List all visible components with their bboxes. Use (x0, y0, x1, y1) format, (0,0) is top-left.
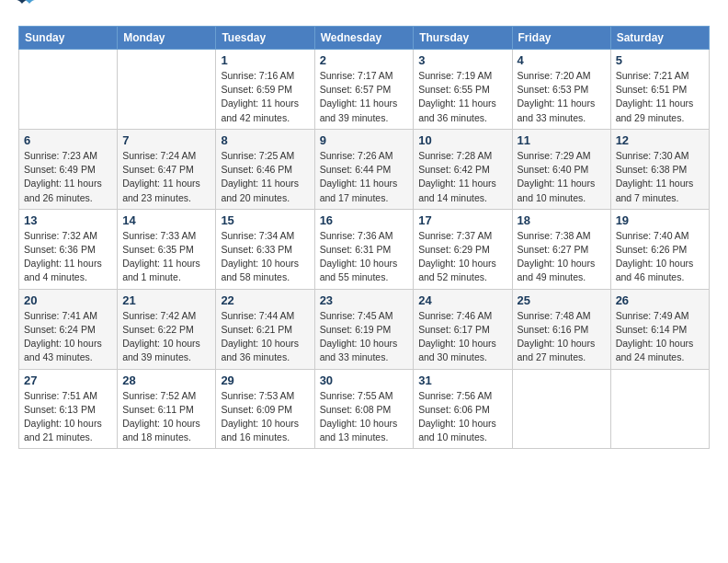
calendar-cell: 20Sunrise: 7:41 AMSunset: 6:24 PMDayligh… (19, 289, 118, 369)
day-number: 2 (320, 53, 409, 67)
day-number: 13 (24, 213, 112, 227)
page: SundayMondayTuesdayWednesdayThursdayFrid… (0, 0, 728, 464)
calendar-week-row: 13Sunrise: 7:32 AMSunset: 6:36 PMDayligh… (19, 209, 710, 289)
calendar-cell: 31Sunrise: 7:56 AMSunset: 6:06 PMDayligh… (414, 369, 512, 449)
day-number: 1 (221, 53, 309, 67)
day-number: 3 (418, 53, 506, 67)
day-number: 12 (616, 133, 704, 147)
day-detail: Sunrise: 7:17 AMSunset: 6:57 PMDaylight:… (320, 69, 409, 125)
calendar-cell: 26Sunrise: 7:49 AMSunset: 6:14 PMDayligh… (610, 289, 709, 369)
calendar-cell: 2Sunrise: 7:17 AMSunset: 6:57 PMDaylight… (314, 50, 414, 130)
calendar-cell: 29Sunrise: 7:53 AMSunset: 6:09 PMDayligh… (216, 369, 314, 449)
day-detail: Sunrise: 7:30 AMSunset: 6:38 PMDaylight:… (616, 149, 704, 205)
calendar-cell: 24Sunrise: 7:46 AMSunset: 6:17 PMDayligh… (414, 289, 512, 369)
day-detail: Sunrise: 7:48 AMSunset: 6:16 PMDaylight:… (518, 309, 606, 365)
day-detail: Sunrise: 7:37 AMSunset: 6:29 PMDaylight:… (418, 229, 506, 285)
calendar-header-row: SundayMondayTuesdayWednesdayThursdayFrid… (19, 27, 710, 50)
day-number: 31 (418, 373, 506, 387)
day-detail: Sunrise: 7:23 AMSunset: 6:49 PMDaylight:… (24, 149, 112, 205)
day-number: 29 (221, 373, 309, 387)
day-number: 16 (320, 213, 409, 227)
day-number: 30 (320, 373, 409, 387)
day-detail: Sunrise: 7:36 AMSunset: 6:31 PMDaylight:… (320, 229, 409, 285)
calendar-cell: 13Sunrise: 7:32 AMSunset: 6:36 PMDayligh… (19, 209, 118, 289)
calendar-cell (610, 369, 709, 449)
day-number: 8 (221, 133, 309, 147)
day-number: 15 (221, 213, 309, 227)
day-detail: Sunrise: 7:16 AMSunset: 6:59 PMDaylight:… (221, 69, 309, 125)
day-number: 26 (616, 293, 704, 307)
calendar-cell: 15Sunrise: 7:34 AMSunset: 6:33 PMDayligh… (216, 209, 314, 289)
calendar-cell: 17Sunrise: 7:37 AMSunset: 6:29 PMDayligh… (414, 209, 512, 289)
calendar-week-row: 6Sunrise: 7:23 AMSunset: 6:49 PMDaylight… (19, 129, 710, 209)
calendar-cell: 7Sunrise: 7:24 AMSunset: 6:47 PMDaylight… (118, 129, 216, 209)
day-detail: Sunrise: 7:34 AMSunset: 6:33 PMDaylight:… (221, 229, 309, 285)
calendar-cell: 4Sunrise: 7:20 AMSunset: 6:53 PMDaylight… (512, 50, 610, 130)
day-detail: Sunrise: 7:45 AMSunset: 6:19 PMDaylight:… (320, 309, 409, 365)
calendar-cell: 30Sunrise: 7:55 AMSunset: 6:08 PMDayligh… (314, 369, 414, 449)
calendar-day-header: Thursday (414, 27, 512, 50)
day-detail: Sunrise: 7:53 AMSunset: 6:09 PMDaylight:… (221, 389, 309, 445)
calendar-day-header: Monday (118, 27, 216, 50)
day-detail: Sunrise: 7:41 AMSunset: 6:24 PMDaylight:… (24, 309, 112, 365)
day-detail: Sunrise: 7:20 AMSunset: 6:53 PMDaylight:… (518, 69, 606, 125)
calendar-cell: 9Sunrise: 7:26 AMSunset: 6:44 PMDaylight… (314, 129, 414, 209)
day-number: 18 (518, 213, 606, 227)
day-number: 5 (616, 53, 704, 67)
day-detail: Sunrise: 7:28 AMSunset: 6:42 PMDaylight:… (418, 149, 506, 205)
day-detail: Sunrise: 7:25 AMSunset: 6:46 PMDaylight:… (221, 149, 309, 205)
day-detail: Sunrise: 7:42 AMSunset: 6:22 PMDaylight:… (122, 309, 210, 365)
calendar-cell: 16Sunrise: 7:36 AMSunset: 6:31 PMDayligh… (314, 209, 414, 289)
calendar-table: SundayMondayTuesdayWednesdayThursdayFrid… (18, 26, 710, 449)
day-number: 6 (24, 133, 112, 147)
calendar-week-row: 20Sunrise: 7:41 AMSunset: 6:24 PMDayligh… (19, 289, 710, 369)
calendar-cell: 10Sunrise: 7:28 AMSunset: 6:42 PMDayligh… (414, 129, 512, 209)
day-detail: Sunrise: 7:55 AMSunset: 6:08 PMDaylight:… (320, 389, 409, 445)
day-number: 19 (616, 213, 704, 227)
calendar-cell: 14Sunrise: 7:33 AMSunset: 6:35 PMDayligh… (118, 209, 216, 289)
day-number: 10 (418, 133, 506, 147)
day-number: 20 (24, 293, 112, 307)
day-number: 25 (518, 293, 606, 307)
calendar-day-header: Saturday (610, 27, 709, 50)
day-number: 22 (221, 293, 309, 307)
day-detail: Sunrise: 7:51 AMSunset: 6:13 PMDaylight:… (24, 389, 112, 445)
day-number: 27 (24, 373, 112, 387)
day-detail: Sunrise: 7:29 AMSunset: 6:40 PMDaylight:… (518, 149, 606, 205)
day-number: 4 (518, 53, 606, 67)
day-detail: Sunrise: 7:52 AMSunset: 6:11 PMDaylight:… (122, 389, 210, 445)
day-detail: Sunrise: 7:26 AMSunset: 6:44 PMDaylight:… (320, 149, 409, 205)
calendar-cell: 3Sunrise: 7:19 AMSunset: 6:55 PMDaylight… (414, 50, 512, 130)
day-detail: Sunrise: 7:33 AMSunset: 6:35 PMDaylight:… (122, 229, 210, 285)
day-detail: Sunrise: 7:38 AMSunset: 6:27 PMDaylight:… (518, 229, 606, 285)
day-number: 24 (418, 293, 506, 307)
calendar-cell: 21Sunrise: 7:42 AMSunset: 6:22 PMDayligh… (118, 289, 216, 369)
day-number: 14 (122, 213, 210, 227)
calendar-day-header: Friday (512, 27, 610, 50)
calendar-cell: 6Sunrise: 7:23 AMSunset: 6:49 PMDaylight… (19, 129, 118, 209)
day-number: 9 (320, 133, 409, 147)
calendar-cell: 5Sunrise: 7:21 AMSunset: 6:51 PMDaylight… (610, 50, 709, 130)
calendar-day-header: Sunday (19, 27, 118, 50)
day-number: 28 (122, 373, 210, 387)
day-detail: Sunrise: 7:40 AMSunset: 6:26 PMDaylight:… (616, 229, 704, 285)
day-detail: Sunrise: 7:32 AMSunset: 6:36 PMDaylight:… (24, 229, 112, 285)
calendar-cell (19, 50, 118, 130)
day-detail: Sunrise: 7:56 AMSunset: 6:06 PMDaylight:… (418, 389, 506, 445)
calendar-cell: 28Sunrise: 7:52 AMSunset: 6:11 PMDayligh… (118, 369, 216, 449)
calendar-cell: 1Sunrise: 7:16 AMSunset: 6:59 PMDaylight… (216, 50, 314, 130)
calendar-cell: 23Sunrise: 7:45 AMSunset: 6:19 PMDayligh… (314, 289, 414, 369)
day-detail: Sunrise: 7:49 AMSunset: 6:14 PMDaylight:… (616, 309, 704, 365)
day-number: 17 (418, 213, 506, 227)
calendar-week-row: 27Sunrise: 7:51 AMSunset: 6:13 PMDayligh… (19, 369, 710, 449)
calendar-cell: 18Sunrise: 7:38 AMSunset: 6:27 PMDayligh… (512, 209, 610, 289)
day-number: 21 (122, 293, 210, 307)
day-detail: Sunrise: 7:44 AMSunset: 6:21 PMDaylight:… (221, 309, 309, 365)
calendar-cell: 25Sunrise: 7:48 AMSunset: 6:16 PMDayligh… (512, 289, 610, 369)
header (18, 15, 710, 17)
calendar-day-header: Tuesday (216, 27, 314, 50)
logo-bird-icon (13, 0, 39, 11)
day-detail: Sunrise: 7:24 AMSunset: 6:47 PMDaylight:… (122, 149, 210, 205)
calendar-day-header: Wednesday (314, 27, 414, 50)
calendar-week-row: 1Sunrise: 7:16 AMSunset: 6:59 PMDaylight… (19, 50, 710, 130)
